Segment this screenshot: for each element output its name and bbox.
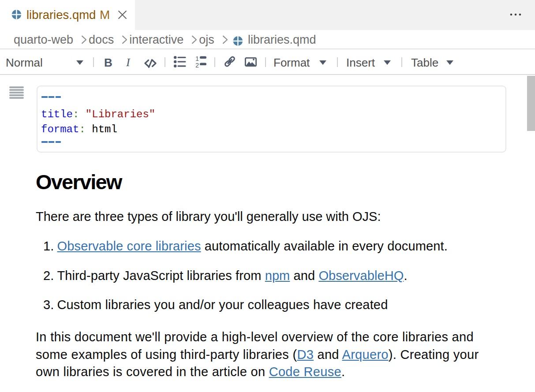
svg-text:2: 2 bbox=[195, 62, 199, 68]
svg-text:1: 1 bbox=[195, 56, 199, 62]
